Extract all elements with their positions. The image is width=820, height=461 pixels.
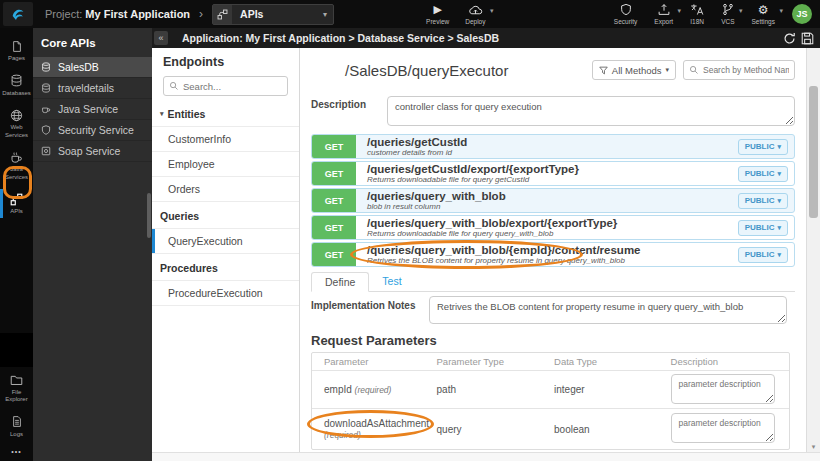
parameter-name: downloadAsAttachment (required) — [312, 418, 437, 440]
sidebar-item-apis[interactable]: APIs — [0, 187, 33, 220]
settings-button[interactable]: ⚙ Settings ▾ — [752, 3, 776, 25]
column-header: Data Type — [554, 356, 671, 367]
caret-down-icon: ▾ — [777, 224, 781, 232]
method-search[interactable] — [683, 60, 795, 80]
description-label: Description — [311, 96, 387, 126]
method-badge: GET — [312, 216, 356, 239]
endpoint-row-selected[interactable]: GET /queries/query_with_blob/{empId}/con… — [311, 242, 795, 267]
apis-icon — [213, 5, 232, 24]
page-title: /SalesDB/queryExecutor — [345, 62, 508, 79]
translate-icon — [690, 3, 704, 16]
method-badge: GET — [312, 243, 356, 266]
project-name: Project: My First Application — [45, 8, 190, 20]
core-api-item-soap-service[interactable]: Soap Service — [33, 141, 152, 162]
section-queries[interactable]: Queries — [152, 202, 299, 229]
chevron-down-icon: ▾ — [779, 7, 783, 15]
access-dropdown[interactable]: PUBLIC▾ — [738, 193, 788, 209]
methods-filter-dropdown[interactable]: All Methods ▾ — [592, 60, 676, 80]
tab-define[interactable]: Define — [311, 272, 369, 292]
core-api-item-salesdb[interactable]: SalesDB — [33, 57, 152, 78]
deploy-button[interactable]: Deploy ▾ — [465, 3, 485, 25]
access-dropdown[interactable]: PUBLIC▾ — [738, 166, 788, 182]
caret-down-icon: ▾ — [777, 170, 781, 178]
shield-icon — [40, 125, 52, 135]
coffee-icon — [40, 104, 52, 114]
endpoint-item-orders[interactable]: Orders — [152, 177, 299, 202]
access-dropdown[interactable]: PUBLIC▾ — [738, 220, 788, 236]
log-file-icon — [11, 415, 23, 429]
endpoint-summary: Retrives the BLOB content for property r… — [367, 257, 641, 266]
core-api-item-java-service[interactable]: Java Service — [33, 99, 152, 120]
refresh-icon[interactable] — [783, 32, 796, 45]
endpoint-row[interactable]: GET /queries/getCustId customer details … — [311, 134, 795, 159]
caret-down-icon: ▾ — [777, 197, 781, 205]
endpoint-item-procedureexecution[interactable]: ProcedureExecution — [152, 281, 299, 306]
parameter-description-textarea[interactable] — [671, 374, 775, 404]
breadcrumb: Application: My First Application > Data… — [182, 32, 499, 44]
table-row: empId (required) path integer — [312, 371, 789, 409]
description-textarea[interactable]: controller class for query execution — [387, 96, 795, 126]
chevron-down-icon: ▾ — [678, 7, 682, 15]
endpoint-row[interactable]: GET /queries/getCustId/export/{exportTyp… — [311, 161, 795, 186]
sidebar-item-logs[interactable]: Logs — [0, 410, 33, 443]
endpoint-item-customerinfo[interactable]: CustomerInfo — [152, 127, 299, 152]
endpoint-summary: Returns downloadable file for query getC… — [367, 176, 579, 185]
caret-down-icon: ▾ — [777, 251, 781, 259]
endpoint-row[interactable]: GET /queries/query_with_blob blob in res… — [311, 188, 795, 213]
access-dropdown[interactable]: PUBLIC▾ — [738, 139, 788, 155]
sidebar-item-pages[interactable]: Pages — [0, 34, 33, 67]
sidebar-item-file-explorer[interactable]: File Explorer — [0, 368, 33, 408]
vertical-scrollbar[interactable]: ▾ — [806, 48, 820, 452]
sidebar-item-web-services[interactable]: Web Services — [0, 103, 33, 143]
save-icon[interactable] — [801, 32, 814, 45]
sidebar-item-java-services[interactable]: Java Services — [0, 145, 33, 185]
page-icon — [11, 39, 23, 53]
globe-icon — [10, 108, 23, 122]
endpoints-search[interactable] — [163, 76, 288, 96]
security-button[interactable]: Security — [614, 3, 637, 25]
section-procedures[interactable]: Procedures — [152, 254, 299, 281]
scrollbar-thumb[interactable] — [809, 86, 818, 218]
method-badge: GET — [312, 135, 356, 158]
collapse-panel-button[interactable]: « — [154, 31, 168, 45]
more-options-icon[interactable]: ••• — [0, 448, 33, 455]
method-search-input[interactable] — [703, 65, 789, 75]
endpoint-list: GET /queries/getCustId customer details … — [311, 134, 795, 267]
endpoint-item-queryexecution[interactable]: QueryExecution — [152, 229, 299, 254]
left-nav-rail: Pages Databases Web Services Java Servic… — [0, 28, 33, 461]
endpoints-title: Endpoints — [163, 55, 288, 69]
search-icon — [169, 81, 179, 91]
section-entities[interactable]: ▾ Entities — [152, 100, 299, 127]
export-button[interactable]: Export ▾ — [654, 3, 673, 25]
rail-black-block — [0, 333, 33, 367]
parameter-description-textarea[interactable] — [671, 413, 775, 443]
endpoint-summary: blob in result column — [367, 203, 506, 212]
implementation-notes-label: Implementation Notes — [311, 296, 429, 324]
access-dropdown[interactable]: PUBLIC▾ — [738, 247, 788, 263]
play-icon: ▶ — [433, 3, 441, 16]
column-header: Parameter — [312, 356, 437, 367]
logo-icon — [10, 6, 26, 22]
endpoints-search-input[interactable] — [183, 81, 282, 92]
core-api-item-traveldetails[interactable]: traveldetails — [33, 78, 152, 99]
sidebar-item-databases[interactable]: Databases — [0, 69, 33, 102]
column-header: Description — [671, 356, 789, 367]
table-row: downloadAsAttachment (required) query bo… — [312, 409, 789, 449]
required-note: (required) — [324, 430, 361, 440]
module-selector-dropdown[interactable]: APIs ▾ — [212, 4, 334, 25]
wavemaker-logo[interactable] — [3, 2, 33, 26]
tab-test[interactable]: Test — [369, 272, 414, 291]
data-type: boolean — [554, 424, 671, 435]
endpoint-row[interactable]: GET /queries/query_with_blob/export/{exp… — [311, 215, 795, 240]
i18n-button[interactable]: I18N — [690, 3, 704, 25]
core-api-item-security-service[interactable]: Security Service — [33, 120, 152, 141]
gear-icon: ⚙ — [758, 3, 769, 16]
database-icon — [40, 83, 52, 93]
implementation-notes-textarea[interactable]: Retrives the BLOB content for property r… — [429, 296, 787, 324]
vcs-button[interactable]: VCS ▾ — [721, 3, 734, 25]
preview-button[interactable]: ▶ Preview — [426, 3, 449, 25]
endpoint-item-employee[interactable]: Employee — [152, 152, 299, 177]
user-avatar[interactable]: JS — [792, 4, 812, 24]
core-panel-scrollbar[interactable] — [147, 193, 151, 238]
scroll-down-arrow[interactable]: ▾ — [807, 443, 820, 451]
